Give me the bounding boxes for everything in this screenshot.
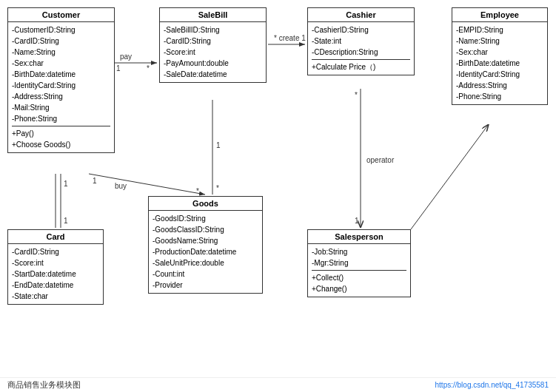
card-attr-1: -CardID:String [12,246,99,257]
employee-attr-4: -BirthDate:datetime [456,58,543,69]
customer-body: -CustomerID:String -CardID:String -Name:… [8,22,114,152]
salesperson-class: Salesperson -Job:String -Mgr:String +Col… [307,229,411,297]
goods-attr-3: -GoodsName:String [153,235,258,246]
operator-label: operator [366,156,395,164]
salesperson-method-2: +Change() [312,283,406,294]
pay-mul-customer: 1 [116,64,121,72]
card-attr-4: -EndDate:datetime [12,280,99,291]
card-attr-3: -StartDate:datetime [12,268,99,280]
buy-mul-goods: * [196,187,199,195]
salebill-goods-mul2: * [216,184,219,192]
footer-caption: 商品销售业务模块图 [7,379,81,391]
salebill-attr-2: -CardID:String [164,36,262,47]
cust-card-mul2: 1 [64,217,68,225]
customer-attr-1: -CustomerID:String [12,24,110,36]
footer-link: https://blog.csdn.net/qq_41735581 [435,381,549,389]
salebill-header: SaleBill [160,8,266,22]
buy-mul-customer: 1 [93,177,97,185]
footer: 商品销售业务模块图 https://blog.csdn.net/qq_41735… [0,377,556,392]
svg-line-4 [411,124,489,229]
card-body: -CardID:String -Score:int -StartDate:dat… [8,244,103,304]
cust-card-mul1: 1 [64,180,68,188]
goods-attr-7: -Provider [153,280,258,291]
goods-class: Goods -GoodsID:String -GoodsClassID:Stri… [148,196,263,294]
goods-attr-6: -Count:int [153,268,258,280]
buy-label: buy [115,182,127,190]
cashier-methods: +Calculate Price（) [312,59,410,72]
customer-class: Customer -CustomerID:String -CardID:Stri… [7,7,115,153]
employee-class: Employee -EMPID:String -Name:String -Sex… [452,7,548,105]
cashier-attr-3: -CDescription:String [312,47,410,58]
employee-header: Employee [452,8,547,22]
salebill-attr-4: -PayAmount:double [164,58,262,69]
employee-attr-3: -Sex:char [456,47,543,58]
pay-mul-salebill: * [147,64,150,72]
cashier-class: Cashier -CashierID:String -State:int -CD… [307,7,415,75]
customer-attr-7: -Address:String [12,91,110,102]
customer-methods: +Pay() +Choose Goods() [12,126,110,150]
goods-attr-5: -SaleUnitPrice:double [153,257,258,268]
employee-attr-7: -Phone:String [456,91,543,102]
goods-attr-1: -GoodsID:String [153,213,258,224]
employee-attr-5: -IdentityCard:String [456,69,543,80]
salesperson-header: Salesperson [308,230,410,244]
employee-body: -EMPID:String -Name:String -Sex:char -Bi… [452,22,547,104]
cashier-body: -CashierID:String -State:int -CDescripti… [308,22,414,75]
employee-attr-2: -Name:String [456,36,543,47]
salesperson-body: -Job:String -Mgr:String +Collect() +Chan… [308,244,410,297]
salesperson-method-1: +Collect() [312,272,406,283]
create-label: * create 1 [274,34,306,42]
employee-attr-6: -Address:String [456,80,543,91]
operator-mul-salesperson: 1 [355,217,359,225]
customer-attr-3: -Name:String [12,47,110,58]
cashier-method-1: +Calculate Price（) [312,61,410,72]
pay-label: pay [120,53,132,61]
salesperson-attr-1: -Job:String [312,246,406,257]
cashier-header: Cashier [308,8,414,22]
customer-attr-5: -BirthDate:datetime [12,69,110,80]
salebill-goods-mul1: 1 [216,141,221,149]
customer-method-1: +Pay() [12,128,110,139]
cashier-attr-2: -State:int [312,36,410,47]
card-header: Card [8,230,103,244]
customer-attr-2: -CardID:String [12,36,110,47]
goods-attr-4: -ProductionDate:datetime [153,246,258,257]
card-attr-5: -State:char [12,291,99,302]
customer-attr-8: -Mail:String [12,102,110,113]
goods-header: Goods [149,197,262,211]
goods-body: -GoodsID:String -GoodsClassID:String -Go… [149,211,262,293]
employee-attr-1: -EMPID:String [456,24,543,36]
card-class: Card -CardID:String -Score:int -StartDat… [7,229,104,305]
cashier-attr-1: -CashierID:String [312,24,410,36]
operator-mul-cashier: * [355,91,358,99]
salebill-attr-5: -SaleDate:datetime [164,69,262,80]
card-attr-2: -Score:int [12,257,99,268]
salebill-body: -SaleBillID:String -CardID:String -Score… [160,22,266,82]
customer-method-2: +Choose Goods() [12,139,110,150]
salebill-class: SaleBill -SaleBillID:String -CardID:Stri… [159,7,267,83]
goods-attr-2: -GoodsClassID:String [153,224,258,235]
customer-attr-9: -Phone:String [12,113,110,124]
customer-header: Customer [8,8,114,22]
salesperson-methods: +Collect() +Change() [312,270,406,294]
salebill-attr-3: -Score:int [164,47,262,58]
customer-attr-4: -Sex:char [12,58,110,69]
salesperson-attr-2: -Mgr:String [312,257,406,268]
salebill-attr-1: -SaleBillID:String [164,24,262,36]
diagram-container: Customer -CustomerID:String -CardID:Stri… [0,0,556,377]
svg-line-6 [89,174,205,195]
customer-attr-6: -IdentityCard:String [12,80,110,91]
